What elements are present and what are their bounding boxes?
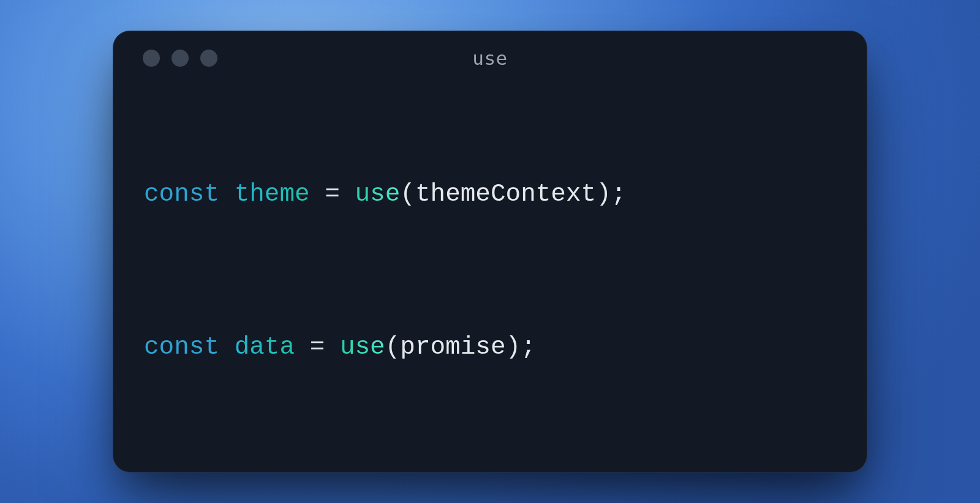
equals-token: = [325,180,340,208]
semicolon-token: ; [611,180,627,208]
code-line: const theme = use(themeContext); [144,178,836,211]
keyword-token: const [144,180,219,208]
traffic-lights [143,50,217,67]
minimize-icon[interactable] [172,50,189,67]
function-token: use [355,180,401,208]
identifier-token: themeContext [415,180,596,208]
window-title: use [113,47,867,69]
identifier-token: promise [400,333,505,361]
paren-open-token: ( [385,333,401,361]
function-token: use [340,333,385,361]
editor-window: use const theme = use(themeContext); con… [113,31,867,472]
code-line: const data = use(promise); [144,331,836,363]
code-area: const theme = use(themeContext); const d… [113,85,867,471]
paren-open-token: ( [400,180,415,208]
maximize-icon[interactable] [200,50,217,67]
equals-token: = [310,333,325,361]
semicolon-token: ; [521,333,536,361]
variable-token: data [235,333,295,361]
titlebar: use [113,31,867,85]
paren-close-token: ) [596,180,611,208]
variable-token: theme [235,180,310,208]
close-icon[interactable] [143,50,160,67]
keyword-token: const [144,333,219,361]
paren-close-token: ) [506,333,521,361]
